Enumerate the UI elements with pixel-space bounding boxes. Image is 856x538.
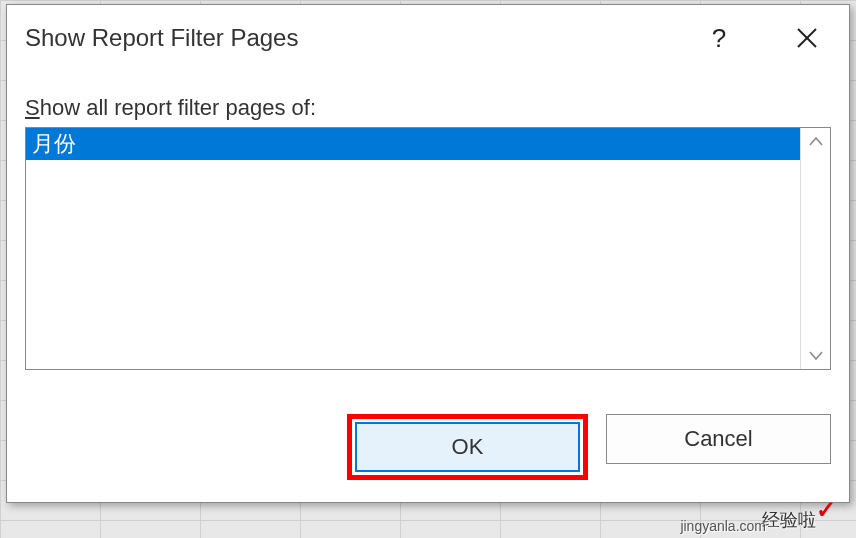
label-accelerator: S — [25, 95, 40, 120]
watermark-text: 经验啦 — [762, 508, 816, 532]
filter-pages-label: Show all report filter pages of: — [25, 95, 831, 121]
scroll-down-icon[interactable] — [801, 351, 830, 361]
watermark-url: jingyanla.com — [680, 518, 766, 534]
filter-listbox[interactable]: 月份 — [26, 128, 800, 369]
ok-button-highlight: OK — [347, 414, 588, 480]
checkmark-icon: ✓ — [816, 496, 836, 524]
list-item[interactable]: 月份 — [26, 128, 800, 160]
dialog-titlebar: Show Report Filter Pages ? — [7, 5, 849, 67]
help-button[interactable]: ? — [695, 14, 743, 62]
label-text: how all report filter pages of: — [40, 95, 316, 120]
listbox-scrollbar[interactable] — [800, 128, 830, 369]
watermark-brand: 经验啦 — [762, 510, 816, 530]
show-report-filter-pages-dialog: Show Report Filter Pages ? Show all repo… — [6, 4, 850, 503]
dialog-button-row: OK Cancel — [7, 388, 849, 502]
dialog-title: Show Report Filter Pages — [25, 24, 695, 52]
ok-button[interactable]: OK — [355, 422, 580, 472]
dialog-content: Show all report filter pages of: 月份 — [7, 67, 849, 388]
scroll-up-icon[interactable] — [801, 136, 830, 146]
close-button[interactable] — [783, 14, 831, 62]
cancel-button[interactable]: Cancel — [606, 414, 831, 464]
close-icon — [795, 26, 819, 50]
filter-listbox-container: 月份 — [25, 127, 831, 370]
